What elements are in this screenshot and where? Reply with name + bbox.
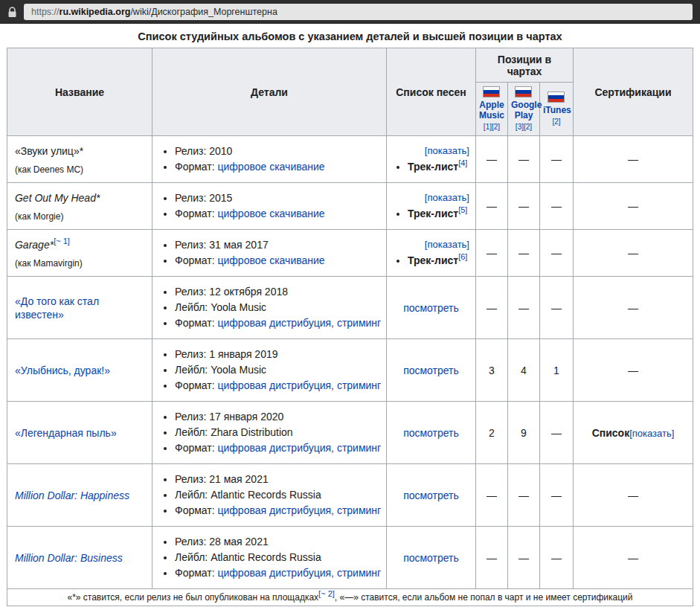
- view-tracklist-link[interactable]: посмотреть: [403, 427, 459, 439]
- album-title: «Улыбнись, дурак!»: [15, 364, 144, 377]
- detail-label: Лейбл:: [175, 489, 211, 501]
- show-toggle-link[interactable]: [показать]: [425, 192, 469, 203]
- detail-label: Релиз:: [175, 536, 209, 548]
- detail-value: Yoola Music: [211, 301, 266, 313]
- detail-value-link[interactable]: цифровая дистрибуция, стриминг: [218, 379, 382, 391]
- russia-flag-icon: [515, 86, 532, 97]
- chart-service-link[interactable]: Google Play: [511, 100, 536, 121]
- chart-position-cell: 4: [507, 339, 539, 402]
- table-caption: Список студийных альбомов с указанием де…: [0, 24, 700, 48]
- reference-link[interactable]: [2]: [552, 118, 560, 126]
- album-name-cell: «Звуки улиц»*(как Deenes MC): [7, 136, 152, 183]
- detail-value: 21 мая 2021: [209, 473, 269, 485]
- certification-cell: Список[показать]: [574, 402, 693, 464]
- tracklist-cell: [показать]Трек-лист[4]: [386, 136, 475, 183]
- detail-item: Релиз: 1 января 2019: [175, 347, 382, 362]
- reference-link[interactable]: [6]: [458, 252, 467, 261]
- detail-value: 31 мая 2017: [209, 239, 269, 251]
- album-title-link[interactable]: «Улыбнись, дурак!»: [15, 365, 110, 376]
- footnote-marker: [~ 1]: [54, 237, 70, 245]
- tracklist-item: Трек-лист[4]: [408, 159, 469, 174]
- album-title: Million Dollar: Business: [15, 551, 144, 565]
- tracklist-list: Трек-лист[5]: [393, 206, 469, 221]
- chart-position-cell: —: [475, 183, 507, 230]
- details-list: Релиз: 2010Формат: цифровое скачивание: [157, 144, 382, 175]
- album-title-link[interactable]: «До того как стал известен»: [15, 295, 99, 321]
- tracklist-label: Трек-лист: [408, 254, 458, 266]
- chart-service-link[interactable]: Apple Music: [479, 100, 504, 121]
- album-title-link[interactable]: Million Dollar: Business: [15, 552, 123, 564]
- reference-link[interactable]: [3][2]: [516, 123, 532, 131]
- detail-item: Формат: цифровое скачивание: [175, 253, 382, 269]
- detail-item: Формат: цифровая дистрибуция, стриминг: [175, 378, 382, 394]
- album-title-link[interactable]: Million Dollar: Happiness: [15, 489, 129, 501]
- tracklist-label: Трек-лист: [408, 208, 458, 219]
- detail-label: Релиз:: [175, 286, 209, 298]
- tracklist-list: Трек-лист[6]: [393, 253, 469, 268]
- chart-position-cell: —: [507, 277, 539, 339]
- certification-label: Список: [592, 427, 630, 439]
- chart-refs: [1][2]: [479, 121, 504, 132]
- address-bar[interactable]: https://ru.wikipedia.org/wiki/Дискографи…: [24, 4, 693, 20]
- view-tracklist-link[interactable]: посмотреть: [403, 552, 459, 564]
- show-toggle-link[interactable]: [показать]: [629, 428, 674, 439]
- footnote-marker-link[interactable]: [~ 1]: [54, 237, 70, 245]
- detail-value-link[interactable]: цифровая дистрибуция, стриминг: [218, 442, 382, 454]
- chart-position-cell: —: [539, 277, 573, 339]
- detail-item: Релиз: 31 мая 2017: [175, 237, 382, 253]
- album-name-cell: «Легендарная пыль»: [7, 402, 152, 464]
- detail-value: Zhara Distribution: [211, 426, 293, 438]
- album-name-cell: Get Out My Head*(как Morgie): [7, 183, 152, 230]
- detail-item: Лейбл: Yoola Music: [175, 300, 382, 315]
- show-toggle-link[interactable]: [показать]: [425, 145, 469, 156]
- reference-marker: [5]: [458, 205, 467, 214]
- chart-service-link[interactable]: iTunes: [543, 105, 570, 115]
- tracklist-cell: [показать]Трек-лист[5]: [386, 183, 475, 230]
- details-list: Релиз: 2015Формат: цифровое скачивание: [157, 190, 382, 222]
- chart-refs: [3][2]: [511, 121, 536, 132]
- detail-label: Формат:: [175, 161, 218, 173]
- chart-position-cell: 1: [539, 339, 573, 402]
- detail-item: Лейбл: Yoola Music: [175, 362, 382, 378]
- footnote-ref-link[interactable]: [~ 2]: [318, 589, 335, 598]
- detail-value: 2010: [209, 145, 232, 157]
- detail-value-link[interactable]: цифровая дистрибуция, стриминг: [218, 567, 382, 579]
- album-row: «До того как стал известен»Релиз: 12 окт…: [7, 277, 693, 339]
- album-row: Get Out My Head*(как Morgie)Релиз: 2015Ф…: [7, 183, 693, 230]
- chart-position-cell: —: [507, 183, 539, 230]
- detail-item: Релиз: 2010: [175, 144, 382, 159]
- album-title-link[interactable]: «Легендарная пыль»: [15, 427, 117, 439]
- detail-value-link[interactable]: цифровая дистрибуция, стриминг: [218, 504, 382, 516]
- album-details-cell: Релиз: 12 октября 2018Лейбл: Yoola Music…: [152, 277, 386, 339]
- album-alias: (как Deenes MC): [15, 164, 144, 175]
- url-scheme: https://: [31, 7, 60, 17]
- detail-value-link[interactable]: цифровое скачивание: [218, 208, 325, 219]
- view-tracklist-link[interactable]: посмотреть: [403, 302, 459, 314]
- show-toggle-link[interactable]: [показать]: [425, 239, 469, 250]
- album-details-cell: Релиз: 28 мая 2021Лейбл: Atlantic Record…: [152, 527, 386, 589]
- detail-value: Atlantic Records Russia: [211, 551, 321, 563]
- album-title-text: «Звуки улиц»*: [15, 145, 83, 157]
- detail-value-link[interactable]: цифровое скачивание: [218, 161, 325, 173]
- detail-item: Релиз: 28 мая 2021: [175, 534, 382, 550]
- reference-link[interactable]: [4]: [458, 158, 467, 167]
- chart-position-cell: —: [475, 230, 507, 277]
- detail-label: Лейбл:: [175, 551, 211, 563]
- certification-cell: —: [574, 339, 693, 402]
- collapsible-header: [показать]: [393, 144, 469, 158]
- certification-cell: —: [574, 464, 693, 527]
- chart-position-cell: —: [475, 277, 507, 339]
- lock-icon[interactable]: [7, 7, 17, 18]
- view-tracklist-link[interactable]: посмотреть: [403, 365, 459, 376]
- reference-link[interactable]: [5]: [458, 205, 467, 214]
- view-tracklist-link[interactable]: посмотреть: [403, 489, 459, 501]
- detail-value-link[interactable]: цифровая дистрибуция, стриминг: [218, 317, 382, 329]
- tracklist-label: Трек-лист: [408, 161, 458, 173]
- reference-link[interactable]: [1][2]: [484, 123, 500, 131]
- detail-label: Релиз:: [175, 145, 209, 157]
- discography-table: Название Детали Список песен Позиции в ч…: [7, 48, 693, 606]
- detail-value-link[interactable]: цифровое скачивание: [218, 254, 325, 266]
- footnote-text-1: «*» ставится, если релиз не был опублико…: [67, 592, 318, 603]
- column-header-name: Название: [7, 48, 152, 136]
- detail-item: Лейбл: Atlantic Records Russia: [175, 550, 382, 565]
